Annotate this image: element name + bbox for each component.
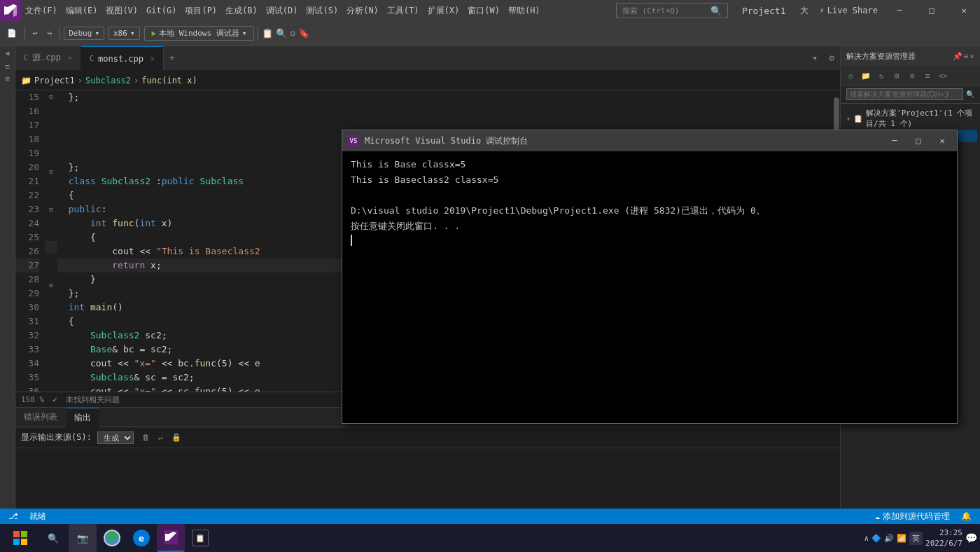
search-taskbar-btn[interactable]: 🔍	[39, 524, 67, 552]
taskbar-vs[interactable]	[157, 524, 185, 552]
panel-menu-icon[interactable]: ≡	[964, 52, 969, 61]
menu-file[interactable]: 文件(F)	[21, 0, 62, 21]
tab-close-1[interactable]: ✕	[68, 54, 72, 62]
tab-monst-cpp[interactable]: C monst.cpp ✕	[81, 46, 164, 70]
maximize-button[interactable]: □	[916, 0, 948, 21]
menu-build[interactable]: 生成(B)	[221, 0, 262, 21]
tab-settings-icon[interactable]: ⚙	[823, 46, 840, 70]
notifications-icon[interactable]: 🔔	[958, 511, 974, 521]
toolbar-icon-4[interactable]: 🔖	[298, 28, 309, 39]
tab-menu-button[interactable]: ▾	[806, 46, 823, 70]
debug-close-btn[interactable]: ✕	[933, 134, 951, 148]
debug-cursor	[351, 235, 352, 246]
tab-errors[interactable]: 错误列表	[15, 408, 66, 427]
tray-icon-2: 🔊	[884, 534, 894, 543]
toolbar-icons: 📋 🔍 ⚙ 🔖	[262, 28, 309, 39]
taskbar-camera[interactable]: 📷	[69, 524, 97, 552]
solution-search-input[interactable]	[846, 88, 963, 100]
sol-code-btn[interactable]: <>	[936, 69, 950, 83]
run-button[interactable]: ▶ 本地 Windows 调试器 ▾	[144, 26, 255, 41]
undo-btn[interactable]: ↩	[29, 27, 42, 39]
solution-root-item[interactable]: ▾ 📋 解决方案'Project1'(1 个项目/共 1 个)	[844, 106, 977, 130]
solution-explorer-toolbar: ⌂ 📁 ↻ ⊞ ⚙ ≡ <>	[841, 66, 980, 85]
debug-line-2: This is Baseclass2 classx=5	[351, 172, 948, 188]
add-source-control[interactable]: ☁ 添加到源代码管理	[872, 511, 953, 523]
menu-extend[interactable]: 扩展(X)	[424, 0, 464, 21]
taskbar-edge[interactable]: e	[127, 524, 155, 552]
output-toolbar: 显示输出来源(S): 生成 🗑 ↵ 🔒	[15, 427, 840, 448]
menu-window[interactable]: 窗口(W)	[463, 0, 504, 21]
gutter: ⊟ ⊟ ⊟ ⊟	[45, 90, 57, 392]
wrap-output-btn[interactable]: ↵	[155, 432, 166, 443]
liveshare-button[interactable]: ⚡ Live Share	[814, 6, 883, 15]
status-bar: ⎇ 就绪 ☁ 添加到源代码管理 🔔	[0, 509, 980, 524]
tab-output[interactable]: 输出	[66, 408, 99, 427]
run-chevron-icon: ▾	[242, 29, 247, 38]
menu-git[interactable]: Git(G)	[142, 0, 181, 21]
chevron-down-icon: ▾	[846, 115, 850, 123]
new-tab-button[interactable]: +	[164, 46, 181, 70]
lang-indicator[interactable]: 英	[909, 532, 923, 545]
menu-project[interactable]: 项目(P)	[181, 0, 221, 21]
sidebar-icon-1[interactable]: ▶	[2, 49, 13, 60]
menu-edit[interactable]: 编辑(E)	[62, 0, 102, 21]
menu-help[interactable]: 帮助(H)	[504, 0, 545, 21]
start-button[interactable]	[3, 524, 38, 552]
taskbar-browser[interactable]	[98, 524, 126, 552]
platform-dropdown[interactable]: x86 ▾	[108, 27, 140, 40]
taskbar-terminal[interactable]: 📋	[186, 524, 214, 552]
clear-output-btn[interactable]: 🗑	[139, 432, 153, 443]
output-source-dropdown[interactable]: 生成	[97, 432, 134, 444]
debug-vs-icon: VS	[348, 135, 359, 146]
tab-label-monst: monst.cpp	[98, 54, 144, 64]
lock-output-btn[interactable]: 🔒	[169, 432, 184, 443]
new-file-btn[interactable]: 📄	[3, 27, 21, 39]
debug-line-4: D:\visual studio 2019\Project1\Debug\Pro…	[351, 203, 948, 219]
menu-view[interactable]: 视图(V)	[102, 0, 142, 21]
liveshare-icon: ⚡	[820, 6, 825, 15]
zoom-button[interactable]: 大	[794, 5, 814, 17]
menu-debug[interactable]: 调试(D)	[262, 0, 302, 21]
redo-btn[interactable]: ↪	[43, 27, 57, 39]
sol-refresh-btn[interactable]: ↻	[874, 69, 888, 83]
tray-network: 📶	[897, 534, 906, 543]
svg-rect-3	[21, 539, 27, 545]
menu-analyze[interactable]: 分析(N)	[342, 0, 383, 21]
debug-line-1: This is Base classx=5	[351, 157, 948, 172]
panel-close-icon[interactable]: ✕	[969, 52, 974, 61]
menu-tools[interactable]: 工具(T)	[383, 0, 424, 21]
tray-chevron[interactable]: ∧	[864, 534, 869, 543]
sol-collapse-btn[interactable]: ≡	[920, 69, 934, 83]
title-search[interactable]: 搜索 (Ctrl+Q) 🔍	[616, 3, 728, 18]
tab-close-2[interactable]: ✕	[150, 55, 155, 62]
zoom-level[interactable]: 158 %	[21, 395, 44, 404]
config-dropdown[interactable]: Debug ▾	[64, 27, 104, 40]
close-button[interactable]: ✕	[948, 0, 980, 21]
sol-home-btn[interactable]: ⌂	[844, 69, 858, 83]
sidebar-icon-3[interactable]: ⊞	[5, 74, 10, 83]
output-content	[15, 448, 840, 509]
tab-source-cpp[interactable]: C 源.cpp ✕	[15, 46, 81, 70]
toolbar-icon-1[interactable]: 📋	[262, 28, 273, 39]
sidebar-icon-2[interactable]: ≡	[5, 62, 10, 71]
solution-search[interactable]: 🔍	[841, 85, 980, 104]
menu-test[interactable]: 测试(S)	[302, 0, 342, 21]
sol-folder-btn[interactable]: 📁	[859, 69, 873, 83]
pin-icon[interactable]: 📌	[953, 52, 962, 61]
toolbar-icon-2[interactable]: 🔍	[276, 28, 287, 39]
tray-icon-1: 🔷	[872, 534, 881, 543]
breadcrumb-method[interactable]: func(int x)	[141, 76, 197, 85]
breadcrumb-class[interactable]: Subclass2	[85, 76, 131, 85]
sol-filter-btn[interactable]: ⊞	[890, 69, 904, 83]
notification-center[interactable]: 💬	[965, 532, 977, 544]
tab-label-source: 源.cpp	[32, 52, 61, 64]
search-icon: 🔍	[710, 6, 722, 16]
sol-settings-btn[interactable]: ⚙	[905, 69, 919, 83]
minimize-button[interactable]: ─	[883, 0, 916, 21]
git-icon[interactable]: ⎇	[6, 511, 21, 521]
system-tray: ∧ 🔷 🔊 📶 英 23:25 2022/6/7 💬	[864, 527, 977, 549]
debug-minimize-btn[interactable]: ─	[886, 134, 904, 148]
toolbar-icon-3[interactable]: ⚙	[290, 28, 295, 39]
breadcrumb-project[interactable]: Project1	[34, 76, 75, 85]
debug-maximize-btn[interactable]: □	[909, 134, 927, 148]
